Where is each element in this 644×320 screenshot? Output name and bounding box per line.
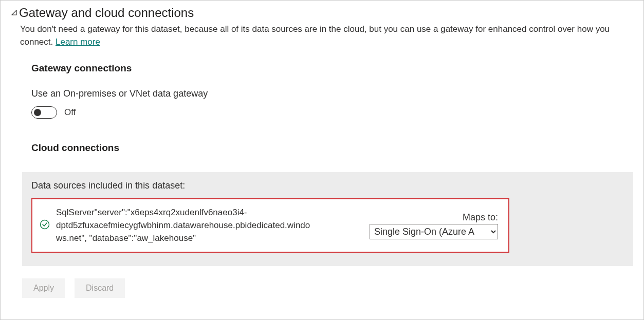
success-check-icon (40, 219, 50, 232)
svg-point-0 (41, 220, 49, 229)
gateway-subsection: Gateway connections Use an On-premises o… (11, 63, 633, 154)
gateway-toggle-label: Use an On-premises or VNet data gateway (31, 88, 633, 99)
description-text: You don't need a gateway for this datase… (20, 24, 610, 47)
maps-to-label: Maps to: (463, 212, 498, 223)
section-title: Gateway and cloud connections (19, 6, 194, 20)
learn-more-link[interactable]: Learn more (56, 37, 100, 47)
apply-button[interactable]: Apply (22, 278, 65, 298)
datasource-card: SqlServer"server":"x6eps4xrq2xudenlfv6na… (31, 198, 509, 253)
datasource-container: Data sources included in this dataset: S… (22, 172, 633, 266)
section-header: Gateway and cloud connections (11, 6, 633, 20)
gateway-toggle-state: Off (64, 107, 76, 118)
datasource-header: Data sources included in this dataset: (31, 180, 624, 191)
maps-to-group: Maps to: Single Sign-On (Azure A (370, 212, 498, 239)
gateway-toggle[interactable] (31, 106, 57, 119)
gateway-toggle-row: Off (31, 106, 633, 119)
section-description: You don't need a gateway for this datase… (11, 23, 633, 48)
gateway-connections-title: Gateway connections (31, 63, 633, 74)
cloud-connections-title: Cloud connections (31, 142, 633, 154)
maps-to-select[interactable]: Single Sign-On (Azure A (370, 224, 498, 239)
datasource-text: SqlServer"server":"x6eps4xrq2xudenlfv6na… (56, 206, 313, 244)
gateway-cloud-panel: Gateway and cloud connections You don't … (0, 0, 644, 320)
button-row: Apply Discard (22, 278, 633, 298)
collapse-triangle-icon[interactable] (11, 9, 18, 16)
discard-button[interactable]: Discard (75, 278, 125, 298)
toggle-knob-icon (34, 109, 41, 116)
